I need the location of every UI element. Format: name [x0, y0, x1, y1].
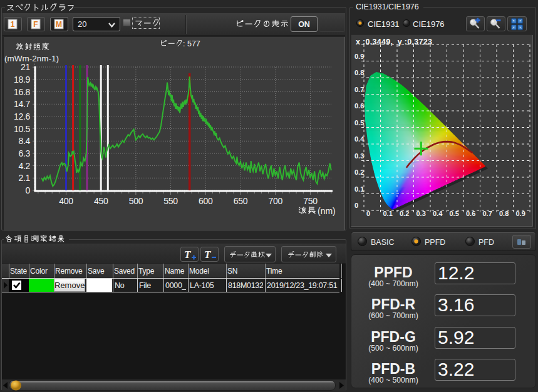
- svg-text:M: M: [56, 20, 62, 29]
- svg-text:0.5: 0.5: [450, 210, 459, 217]
- svg-text:0.9: 0.9: [516, 210, 525, 217]
- svg-text:0.1: 0.1: [383, 210, 393, 217]
- svg-text:F: F: [33, 20, 38, 29]
- svg-text:: 577: : 577: [183, 39, 200, 48]
- svg-text:750: 750: [303, 196, 318, 206]
- svg-text:700: 700: [268, 196, 282, 206]
- svg-text:0: 0: [26, 185, 31, 195]
- svg-text:(nm): (nm): [318, 206, 336, 216]
- svg-text:0.2: 0.2: [354, 168, 364, 176]
- svg-text:0.7: 0.7: [483, 210, 492, 217]
- svg-text:0.3: 0.3: [416, 210, 426, 217]
- svg-text:0.8: 0.8: [499, 210, 509, 217]
- svg-text:14.7: 14.7: [14, 99, 31, 109]
- svg-text:0.4: 0.4: [354, 135, 365, 143]
- svg-text:1: 1: [11, 20, 15, 29]
- svg-text:18.9: 18.9: [14, 75, 31, 85]
- svg-text:0.4: 0.4: [433, 210, 443, 217]
- svg-text:T: T: [204, 249, 211, 260]
- svg-text:600: 600: [199, 196, 213, 206]
- svg-text:0.1: 0.1: [354, 185, 364, 193]
- svg-text:T: T: [184, 249, 191, 260]
- svg-text:8.4: 8.4: [18, 136, 30, 146]
- svg-text:650: 650: [234, 196, 248, 206]
- svg-text:12.6: 12.6: [14, 111, 31, 121]
- svg-text:0.5: 0.5: [354, 119, 364, 126]
- svg-text:21: 21: [21, 62, 30, 72]
- svg-text:550: 550: [163, 196, 178, 206]
- svg-text:4.2: 4.2: [18, 161, 30, 171]
- svg-text:16.8: 16.8: [14, 87, 31, 97]
- svg-text:0: 0: [354, 202, 358, 209]
- svg-text:2.1: 2.1: [18, 173, 30, 183]
- svg-text:400: 400: [59, 196, 73, 206]
- svg-text:0.8: 0.8: [354, 69, 364, 76]
- svg-text:0: 0: [366, 210, 370, 217]
- svg-text:0.2: 0.2: [400, 210, 409, 217]
- svg-text:0.6: 0.6: [466, 210, 475, 217]
- svg-text:450: 450: [94, 196, 108, 206]
- svg-text:10.5: 10.5: [14, 124, 31, 134]
- svg-text:6.3: 6.3: [18, 148, 30, 158]
- svg-text:0.6: 0.6: [354, 102, 364, 110]
- svg-text:(mWm-2nm-1): (mWm-2nm-1): [4, 54, 59, 63]
- svg-text:500: 500: [129, 196, 143, 206]
- svg-text:0.7: 0.7: [354, 86, 364, 93]
- svg-text:0.3: 0.3: [354, 152, 364, 160]
- svg-text:0.9: 0.9: [354, 53, 364, 60]
